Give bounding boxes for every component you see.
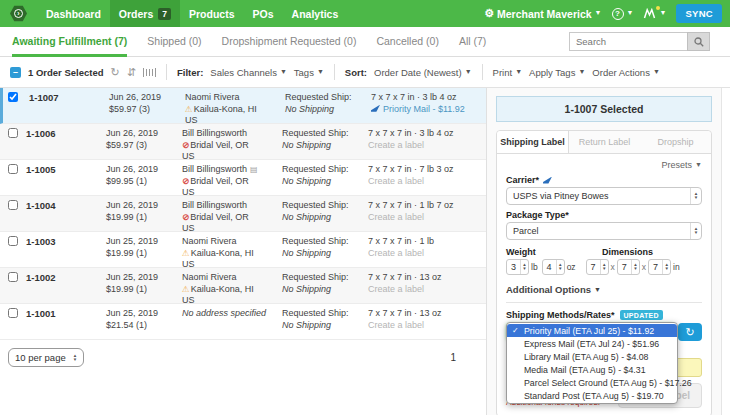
rate-option-priority-mail[interactable]: Priority Mail (ETA Jul 25) - $11.92 xyxy=(507,324,677,337)
rates-dropdown: Priority Mail (ETA Jul 25) - $11.92 Expr… xyxy=(506,322,678,404)
apply-tags-label: Apply Tags xyxy=(529,67,575,78)
per-page-select[interactable]: 10 per page ▲▼ xyxy=(8,348,84,367)
gear-icon: ⚙ xyxy=(484,7,494,20)
requested-ship-label: Requested Ship: xyxy=(282,236,368,248)
table-row[interactable]: 1-1007 Jun 26, 2019$59.97 (3) Naomi Rive… xyxy=(0,88,486,124)
notifications-menu[interactable]: ▼ xyxy=(643,8,666,19)
tab-dropshipment-requested[interactable]: Dropshipment Requested (0) xyxy=(222,27,357,57)
filter-sales-channels-label: Sales Channels xyxy=(210,67,277,78)
order-id-link[interactable]: 1-1003 xyxy=(26,236,106,267)
divider xyxy=(482,64,483,80)
order-id-link[interactable]: 1-1002 xyxy=(26,272,106,303)
tab-awaiting-fulfillment[interactable]: Awaiting Fulfillment (7) xyxy=(12,27,127,57)
dim-width-stepper[interactable]: 7▲▼ xyxy=(617,259,640,275)
tab-return-label[interactable]: Return Label xyxy=(569,131,640,153)
recipient-city: Kailua-Kona, HI xyxy=(191,284,254,294)
x-separator: x xyxy=(642,262,646,272)
create-label-link[interactable]: Create a label xyxy=(368,248,486,260)
chevron-down-icon: ▼ xyxy=(465,68,472,75)
table-row[interactable]: 1-1006 Jun 26, 2019$59.97 (3) Bill Billi… xyxy=(0,124,486,160)
rate-option-standard-post[interactable]: Standard Post (ETA Aug 5) - $19.70 xyxy=(507,389,677,402)
order-actions-menu[interactable]: Order Actions▼ xyxy=(592,67,660,78)
order-id-link[interactable]: 1-1001 xyxy=(26,308,106,339)
order-total: $19.99 (1) xyxy=(106,284,182,296)
refresh-icon[interactable]: ↻ xyxy=(111,66,120,79)
create-label-link[interactable]: Create a label xyxy=(368,140,486,152)
presets-menu[interactable]: Presets▼ xyxy=(506,160,702,170)
apply-tags-menu[interactable]: Apply Tags▼ xyxy=(529,67,585,78)
row-checkbox[interactable] xyxy=(8,308,18,318)
select-all-checkbox[interactable]: – xyxy=(10,67,21,78)
recipient-name: Naomi Rivera xyxy=(182,272,282,284)
status-tab-bar: Awaiting Fulfillment (7) Shipped (0) Dro… xyxy=(0,27,730,57)
create-label-link[interactable]: Create a label xyxy=(368,212,486,224)
nav-pos[interactable]: POs xyxy=(244,0,283,27)
package-type-value: Parcel xyxy=(513,226,539,236)
help-menu[interactable]: ? ▼ xyxy=(612,8,634,20)
table-row[interactable]: 1-1001 Jun 25, 2019$21.54 (1) No address… xyxy=(0,304,486,340)
row-checkbox[interactable] xyxy=(8,200,18,210)
create-label-link[interactable]: Create a label xyxy=(368,320,486,332)
package-type-select[interactable]: Parcel ▲▼ xyxy=(506,222,702,240)
table-row[interactable]: 1-1004 Jun 26, 2019$19.99 (1) Bill Billi… xyxy=(0,196,486,232)
account-menu[interactable]: ⚙ Merchant Maverick ▼ xyxy=(484,7,601,20)
rate-option-library-mail[interactable]: Library Mail (ETA Aug 5) - $4.08 xyxy=(507,350,677,363)
order-date: Jun 25, 2019 xyxy=(106,236,182,248)
note-icon[interactable]: ▤ xyxy=(250,165,258,174)
order-total: $21.54 (1) xyxy=(106,320,182,332)
carrier-select[interactable]: USPS via Pitney Bowes ▲▼ xyxy=(506,187,702,205)
row-checkbox[interactable] xyxy=(8,236,18,246)
ordoro-logo-icon[interactable]: › xyxy=(10,5,27,22)
sort-label: Sort: xyxy=(345,67,367,78)
tab-all[interactable]: All (7) xyxy=(459,27,486,57)
rate-option-parcel-select[interactable]: Parcel Select Ground (ETA Aug 5) - $17.2… xyxy=(507,376,677,389)
search-input[interactable] xyxy=(569,32,687,51)
tab-cancelled[interactable]: Cancelled (0) xyxy=(376,27,438,57)
create-label-link[interactable]: Create a label xyxy=(368,284,486,296)
row-checkbox[interactable] xyxy=(8,272,18,282)
split-order-icon[interactable]: ⇵ xyxy=(127,66,136,79)
weight-oz-stepper[interactable]: 4▲▼ xyxy=(542,259,565,275)
row-checkbox[interactable] xyxy=(8,164,18,174)
tab-shipped[interactable]: Shipped (0) xyxy=(147,27,201,57)
weight-lb-stepper[interactable]: 3▲▼ xyxy=(506,259,529,275)
package-dims: 7 x 7 x 7 in · 3 lb 4 oz xyxy=(368,128,486,140)
order-id-link[interactable]: 1-1007 xyxy=(29,92,109,123)
nav-dashboard[interactable]: Dashboard xyxy=(37,0,110,27)
row-checkbox[interactable] xyxy=(8,92,18,102)
rate-option-express-mail[interactable]: Express Mail (ETA Jul 24) - $51.96 xyxy=(507,337,677,350)
table-row[interactable]: 1-1002 Jun 25, 2019$19.99 (1) Naomi Rive… xyxy=(0,268,486,304)
warning-icon: ⚠ xyxy=(182,284,190,294)
table-row[interactable]: 1-1003 Jun 25, 2019$19.99 (1) Naomi Rive… xyxy=(0,232,486,268)
barcode-scan-icon[interactable] xyxy=(143,68,156,77)
rate-option-media-mail[interactable]: Media Mail (ETA Aug 5) - $4.31 xyxy=(507,363,677,376)
order-total: $99.95 (1) xyxy=(106,176,182,188)
dim-height-stepper[interactable]: 7▲▼ xyxy=(648,259,671,275)
row-checkbox[interactable] xyxy=(8,128,18,138)
order-total: $59.97 (3) xyxy=(109,104,185,116)
sync-button[interactable]: SYNC xyxy=(676,4,722,23)
nav-products[interactable]: Products xyxy=(180,0,244,27)
filter-sales-channels[interactable]: Sales Channels▼ xyxy=(210,67,286,78)
tab-shipping-label[interactable]: Shipping Label xyxy=(497,131,569,153)
tab-dropship[interactable]: Dropship xyxy=(640,131,711,153)
refresh-rates-button[interactable]: ↻ xyxy=(678,323,702,341)
table-row[interactable]: 1-1005 Jun 26, 2019$99.95 (1) Bill Billi… xyxy=(0,160,486,196)
shipping-method-link[interactable]: Priority Mail - $11.92 xyxy=(371,104,486,116)
create-label-link[interactable]: Create a label xyxy=(368,176,486,188)
order-id-link[interactable]: 1-1004 xyxy=(26,200,106,231)
search-button[interactable] xyxy=(687,32,710,51)
nav-analytics[interactable]: Analytics xyxy=(283,0,348,27)
page-number[interactable]: 1 xyxy=(450,352,478,363)
orders-count-badge: 7 xyxy=(158,8,171,20)
print-menu[interactable]: Print▼ xyxy=(493,67,522,78)
nav-orders[interactable]: Orders 7 xyxy=(110,0,180,27)
filter-tags[interactable]: Tags▼ xyxy=(294,67,324,78)
order-id-link[interactable]: 1-1006 xyxy=(26,128,106,159)
sort-order-select[interactable]: Order Date (Newest)▼ xyxy=(374,67,472,78)
dim-length-stepper[interactable]: 7▲▼ xyxy=(586,259,609,275)
shipping-card: Shipping Label Return Label Dropship Pre… xyxy=(496,130,712,415)
additional-options-toggle[interactable]: Additional Options▼ xyxy=(506,284,702,303)
package-dims: 7 x 7 x 7 in · 1 lb 7 oz xyxy=(368,200,486,212)
order-id-link[interactable]: 1-1005 xyxy=(26,164,106,195)
